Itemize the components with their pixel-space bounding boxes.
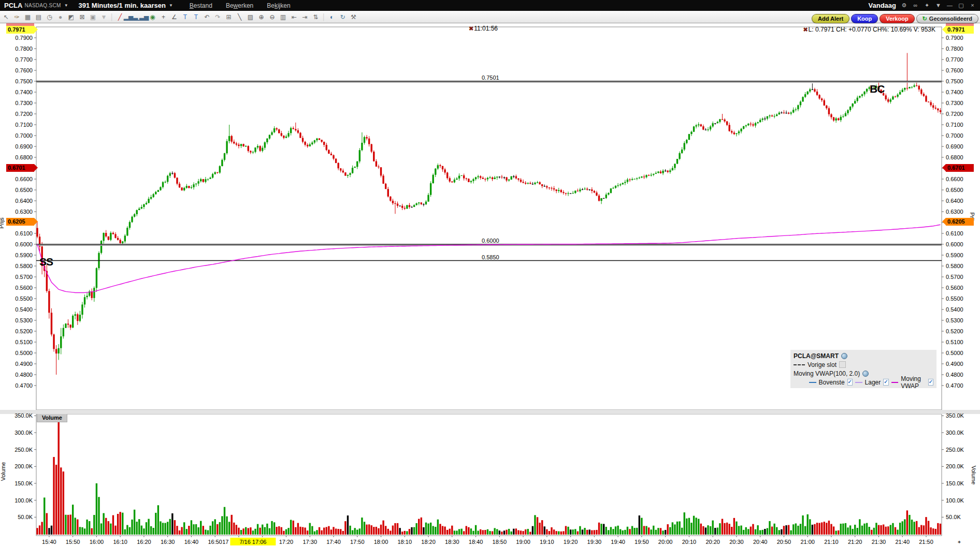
toolbar-zoom-out-icon[interactable]: ⊖	[267, 13, 277, 21]
settings-gear-icon[interactable]: ⚙	[901, 2, 907, 9]
koop-button[interactable]: Koop	[851, 14, 878, 23]
study-title[interactable]: Moving VWAP(100, 2.0)	[794, 370, 860, 377]
toolbar-text-callout-icon[interactable]: T	[191, 13, 201, 21]
globe-icon[interactable]	[862, 371, 869, 377]
svg-text:20:50: 20:50	[777, 539, 791, 545]
timeframe-dropdown-caret-icon[interactable]: ▼	[169, 3, 173, 8]
ss-annotation[interactable]: SS	[39, 256, 53, 268]
toolbar-calendar-icon[interactable]: ▥	[278, 13, 288, 21]
toolbar-chart-region-icon[interactable]: ⊠	[77, 13, 87, 21]
globe-icon[interactable]	[841, 353, 847, 359]
svg-text:0.5400: 0.5400	[946, 306, 963, 313]
prev-close-checkbox[interactable]: ✓	[839, 361, 846, 368]
svg-text:16:00: 16:00	[90, 539, 104, 545]
trade-button-label: Koop	[857, 16, 872, 22]
svg-text:0.7800: 0.7800	[15, 46, 33, 52]
toolbar-bar-right-icon[interactable]: ⇥	[300, 13, 310, 21]
toolbar-bar-insert-icon[interactable]: ⇅	[311, 13, 321, 21]
bc-annotation[interactable]: BC	[870, 83, 884, 95]
band-checkbox[interactable]: ✓	[928, 379, 933, 386]
svg-text:0.7400: 0.7400	[946, 89, 963, 95]
svg-text:0.6000: 0.6000	[482, 238, 499, 244]
pin-icon[interactable]: ✦	[924, 2, 930, 9]
maximize-icon[interactable]: ▢	[958, 2, 964, 9]
add-alert-button[interactable]: Add Alert	[812, 14, 849, 23]
toolbar-clock-icon[interactable]: ◷	[45, 13, 54, 21]
toolbar-hatch-icon[interactable]: ▨	[246, 13, 255, 21]
minimize-icon[interactable]: —	[946, 2, 953, 9]
menu-bekijken[interactable]: Bekijken	[267, 2, 290, 9]
chart-canvas[interactable]: 0.79000.79000.78000.78000.77000.77000.76…	[0, 0, 980, 547]
svg-text:300.0K: 300.0K	[15, 430, 33, 436]
svg-text:0.6300: 0.6300	[15, 209, 33, 215]
symbol-dropdown-caret-icon[interactable]: ▼	[64, 3, 68, 8]
svg-text:0.7400: 0.7400	[15, 89, 33, 95]
toolbar-angle-icon[interactable]: ∠	[169, 13, 179, 21]
toolbar-undo-icon[interactable]: ↶	[202, 13, 212, 21]
menu-bestand[interactable]: Bestand	[190, 2, 212, 9]
horizontal-price-lines[interactable]: 0.75010.60000.5850	[36, 75, 942, 261]
svg-text:0.6800: 0.6800	[946, 154, 963, 160]
toolbar-coin-icon[interactable]: ◉	[148, 13, 157, 21]
band-label: Moving VWAP	[901, 375, 925, 390]
toolbar-volume-chart-icon[interactable]: ▁▃▅	[137, 13, 147, 21]
svg-text:0.6500: 0.6500	[946, 187, 963, 193]
toolbar-circle-icon[interactable]: ●	[55, 13, 65, 21]
svg-text:0.5200: 0.5200	[15, 328, 33, 334]
geconsolideerd-button[interactable]: ↻Geconsolideerd	[916, 14, 978, 23]
svg-text:0.4900: 0.4900	[15, 361, 33, 367]
toolbar-hand-icon[interactable]: ✑	[12, 13, 22, 21]
svg-text:0.7200: 0.7200	[15, 111, 33, 117]
toolbar-grid-icon[interactable]: ▦	[23, 13, 33, 21]
toolbar-dropdown-icon[interactable]: ▼	[99, 13, 109, 21]
link-icon[interactable]: ∞	[912, 2, 919, 9]
toolbar-chart-settings-icon[interactable]: ◩	[66, 13, 76, 21]
svg-text:0.5700: 0.5700	[946, 274, 963, 280]
svg-text:18:50: 18:50	[493, 539, 507, 545]
delete-stats-icon[interactable]: ✖	[803, 26, 808, 33]
toolbar-wrench-icon[interactable]: ⚒	[349, 13, 358, 21]
toolbar-crosshair-icon[interactable]: +	[158, 13, 168, 21]
svg-text:50.0K: 50.0K	[18, 514, 33, 520]
svg-text:17:50: 17:50	[350, 539, 365, 545]
svg-text:0.7700: 0.7700	[15, 56, 33, 63]
toolbar-cursor-icon[interactable]: ↖	[1, 13, 11, 21]
toolbar-trendline-icon[interactable]: ╲	[235, 13, 244, 21]
svg-text:16:10: 16:10	[113, 539, 127, 545]
toolbar-text-icon[interactable]: T	[180, 13, 190, 21]
volume-axis-title-left: Volume	[0, 462, 6, 481]
svg-text:200.0K: 200.0K	[15, 463, 33, 469]
verkoop-button[interactable]: Verkoop	[880, 14, 914, 23]
pane-frames	[0, 23, 980, 536]
toolbar-print-icon[interactable]: ▤	[34, 13, 44, 21]
svg-text:0.6500: 0.6500	[15, 187, 33, 193]
toolbar-redo-icon[interactable]: ↷	[213, 13, 223, 21]
legend-symbol-title[interactable]: PCLA@SMART	[794, 352, 839, 360]
band-checkbox[interactable]: ✓	[883, 379, 888, 386]
delete-marker-icon[interactable]: ✖	[469, 25, 473, 32]
session-label[interactable]: Vandaag	[869, 2, 896, 9]
toolbar-globe-icon[interactable]: ◐	[327, 13, 337, 21]
timeframe-label[interactable]: 391 Minutes/1 min. kaarsen	[79, 2, 166, 9]
band-swatch	[809, 382, 816, 383]
band-label: Lager	[865, 379, 881, 386]
toolbar-separator: │	[322, 13, 326, 21]
volume-pane-badge[interactable]: Volume	[37, 414, 67, 422]
close-icon[interactable]: ×	[969, 2, 976, 9]
svg-text:0.5850: 0.5850	[482, 254, 499, 260]
toolbar-chart-add-icon[interactable]: ⊞	[224, 13, 234, 21]
toolbar-bar-left-icon[interactable]: ⇤	[289, 13, 299, 21]
band-checkbox[interactable]: ✓	[847, 379, 853, 386]
toolbar-refresh-icon[interactable]: ↻	[338, 13, 348, 21]
svg-text:150.0K: 150.0K	[946, 480, 964, 486]
dropdown-caret-icon[interactable]: ▼	[935, 2, 942, 9]
menu-bewerken[interactable]: Bewerken	[226, 2, 253, 9]
svg-text:0.6400: 0.6400	[15, 198, 33, 204]
svg-text:0.5400: 0.5400	[15, 306, 33, 313]
toolbar-zoom-in-icon[interactable]: ⊕	[256, 13, 266, 21]
svg-text:0.7800: 0.7800	[946, 46, 963, 52]
svg-text:0.4800: 0.4800	[946, 372, 963, 378]
svg-text:250.0K: 250.0K	[15, 447, 33, 453]
time-marker-annotation[interactable]: ✖11:01:56	[469, 25, 498, 32]
toolbar-image-icon[interactable]: ▣	[88, 13, 98, 21]
